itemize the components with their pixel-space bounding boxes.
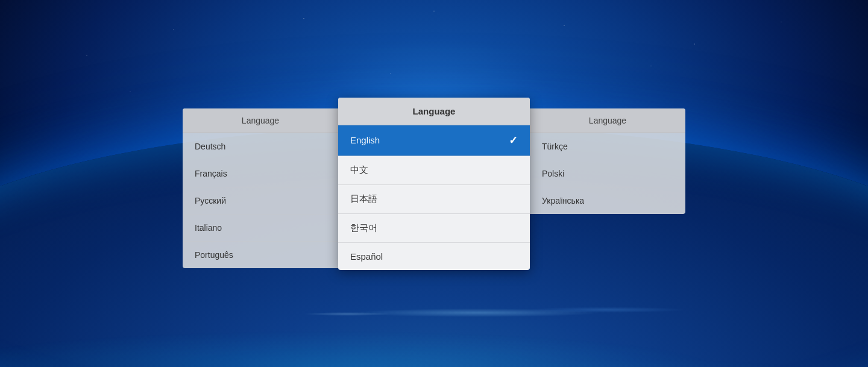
content-area: Language DeutschFrançaisРусскийItalianoP… (0, 0, 868, 367)
main-panel-item-0[interactable]: English✓ (338, 125, 530, 156)
main-panel-items: English✓中文✓日本語✓한국어✓Español✓ (338, 125, 530, 270)
right-panel-item-0[interactable]: Türkçe (530, 133, 685, 160)
left-panel-item-0[interactable]: Deutsch (183, 133, 338, 160)
right-panel-header-label: Language (589, 116, 626, 125)
main-panel: Language English✓中文✓日本語✓한국어✓Español✓ (338, 98, 530, 270)
left-panel: Language DeutschFrançaisРусскийItalianoP… (183, 108, 338, 268)
main-panel-header: Language (338, 98, 530, 125)
right-panel-item-1[interactable]: Polski (530, 160, 685, 187)
main-panel-item-label-1: 中文 (350, 165, 368, 176)
main-panel-item-label-2: 日本語 (350, 193, 377, 205)
left-panel-items: DeutschFrançaisРусскийItalianoPortuguês (183, 133, 338, 268)
main-panel-item-3[interactable]: 한국어✓ (338, 214, 530, 243)
right-panel-header: Language (530, 108, 685, 133)
check-icon-0: ✓ (509, 134, 518, 147)
left-panel-header-label: Language (242, 116, 279, 125)
main-panel-item-label-4: Español (350, 251, 383, 262)
main-panel-item-1[interactable]: 中文✓ (338, 156, 530, 185)
left-panel-item-1[interactable]: Français (183, 160, 338, 187)
left-panel-header: Language (183, 108, 338, 133)
main-panel-item-label-0: English (350, 135, 380, 145)
main-panel-header-label: Language (413, 106, 456, 116)
left-panel-item-2[interactable]: Русский (183, 187, 338, 215)
main-panel-item-2[interactable]: 日本語✓ (338, 185, 530, 214)
left-panel-item-3[interactable]: Italiano (183, 215, 338, 242)
left-panel-item-4[interactable]: Português (183, 242, 338, 268)
main-panel-item-4[interactable]: Español✓ (338, 243, 530, 270)
main-panel-item-label-3: 한국어 (350, 222, 377, 234)
panels-container: Language DeutschFrançaisРусскийItalianoP… (183, 98, 685, 270)
right-panel-item-2[interactable]: Українська (530, 187, 685, 214)
right-panel-items: TürkçePolskiУкраїнська (530, 133, 685, 214)
right-panel: Language TürkçePolskiУкраїнська (530, 108, 685, 214)
